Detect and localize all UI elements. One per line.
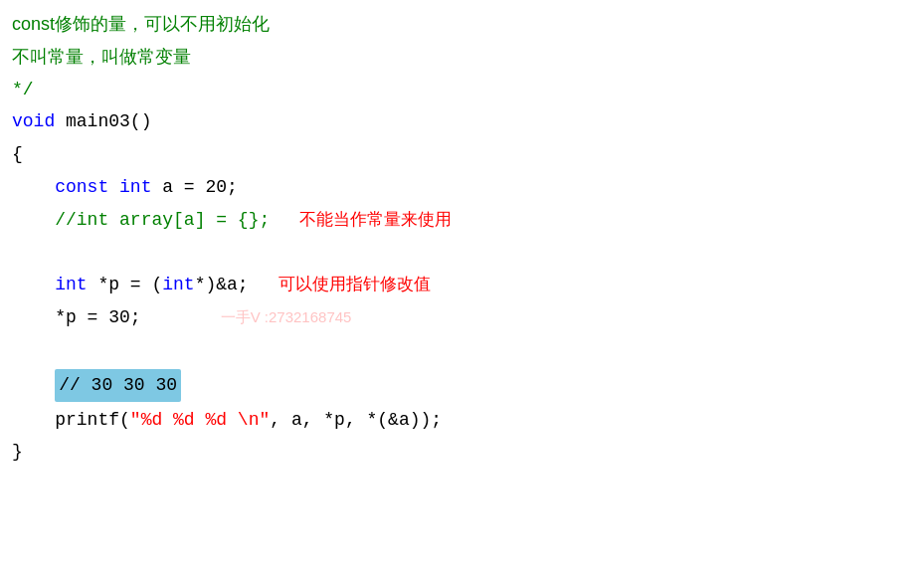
pointer-assignment: *p = (: [88, 271, 163, 299]
pointer-assign-line: *p = 30;一手V :2732168745: [0, 301, 924, 334]
code-editor: const修饰的量，可以不用初始化 不叫常量，叫做常变量 */ void mai…: [0, 0, 924, 581]
watermark-text: 一手V :2732168745: [221, 305, 352, 329]
indent-space-6: [12, 406, 55, 435]
pointer-declaration: int *p = (int*)&a;可以使用指针修改值: [0, 269, 924, 301]
open-brace-line: {: [0, 138, 924, 171]
close-brace-line: }: [0, 436, 924, 469]
comment-line-3: */: [0, 74, 924, 106]
indent-space-3: [12, 271, 55, 299]
void-keyword: void: [12, 107, 55, 136]
empty-line-2: [0, 334, 924, 367]
close-brace: }: [12, 438, 23, 467]
printf-keyword: printf(: [55, 406, 130, 435]
comment-text-1: const修饰的量，可以不用初始化: [12, 10, 270, 39]
comment-line-2: 不叫常量，叫做常变量: [0, 41, 924, 74]
comment-line-1: const修饰的量，可以不用初始化: [0, 8, 924, 41]
int-keyword-2: int: [55, 271, 87, 299]
indent-space-5: [12, 371, 55, 400]
open-brace: {: [12, 140, 23, 169]
highlighted-comment-line: // 30 30 30: [0, 367, 924, 404]
const-keyword: const: [55, 173, 108, 202]
comment-end: */: [12, 76, 34, 104]
indent-space-2: [12, 206, 55, 235]
function-declaration: void main03(): [0, 105, 924, 138]
highlighted-comment[interactable]: // 30 30 30: [55, 369, 181, 402]
printf-args: , a, *p, *(&a));: [270, 406, 442, 435]
function-name: main03(): [55, 107, 151, 136]
annotation-cannot-use-as-constant: 不能当作常量来使用: [299, 206, 452, 233]
empty-space-2: [12, 336, 23, 365]
annotation-pointer-modify: 可以使用指针修改值: [278, 271, 431, 297]
deref-assign: *p = 30;: [55, 303, 140, 332]
comment-text-2: 不叫常量，叫做常变量: [12, 43, 191, 72]
const-declaration: const int a = 20;: [0, 171, 924, 204]
int-keyword-1: int: [108, 173, 151, 202]
int-cast-keyword: int: [162, 271, 194, 299]
format-string: "%d %d %d \n": [130, 406, 270, 435]
array-comment: //int array[a] = {};: [55, 206, 270, 235]
commented-array-line: //int array[a] = {};不能当作常量来使用: [0, 204, 924, 237]
indent-space-4: [12, 303, 55, 332]
variable-a: a = 20;: [151, 173, 237, 202]
empty-line-1: [0, 237, 924, 270]
indent-space-1: [12, 173, 55, 202]
empty-space: [12, 239, 23, 268]
pointer-cast-rest: *)&a;: [195, 271, 249, 299]
printf-line: printf("%d %d %d \n", a, *p, *(&a));: [0, 404, 924, 437]
